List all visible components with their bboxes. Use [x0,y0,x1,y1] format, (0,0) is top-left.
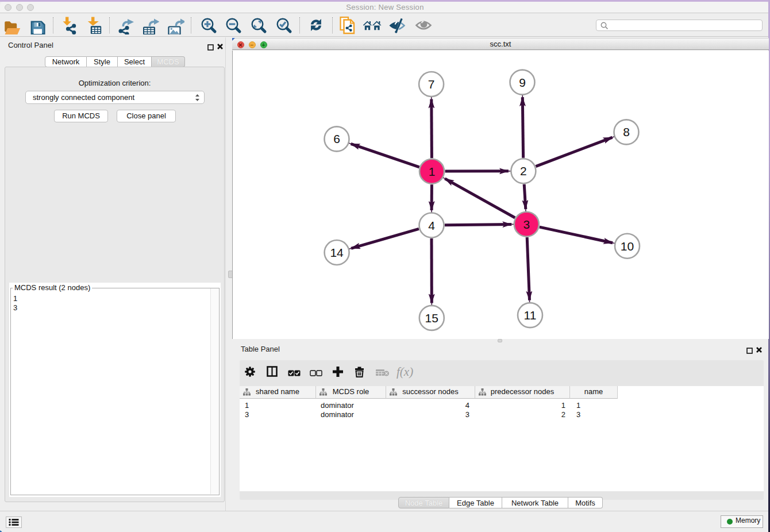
svg-text:7: 7 [428,78,435,91]
svg-text:8: 8 [623,125,630,138]
svg-text:4: 4 [428,219,435,232]
svg-text:1: 1 [429,165,436,178]
svg-text:11: 11 [524,309,537,322]
svg-text:2: 2 [520,164,527,178]
svg-text:10: 10 [621,240,634,253]
svg-text:3: 3 [523,218,530,231]
svg-text:9: 9 [519,76,526,89]
svg-text:14: 14 [330,246,344,259]
svg-text:15: 15 [425,311,438,325]
svg-text:6: 6 [333,132,340,145]
